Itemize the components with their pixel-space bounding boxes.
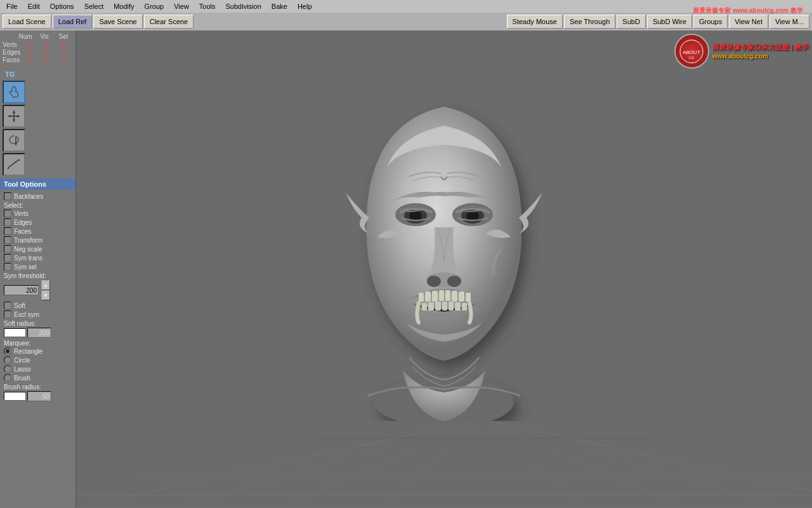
steady-mouse-button[interactable]: Steady Mouse bbox=[507, 15, 563, 29]
marquee-lasso-row: Lasso bbox=[4, 365, 72, 373]
sym-threshold-label: Sym threshold: bbox=[4, 272, 72, 279]
svg-line-7 bbox=[8, 160, 18, 168]
view-net-button[interactable]: View Net bbox=[729, 15, 768, 29]
svg-point-32 bbox=[466, 211, 479, 221]
marquee-label: Marquee: bbox=[4, 340, 72, 347]
svg-marker-3 bbox=[13, 119, 15, 122]
subd-button[interactable]: SubD bbox=[617, 15, 646, 29]
svg-line-18 bbox=[76, 419, 482, 508]
neg-scale-checkbox[interactable] bbox=[4, 245, 11, 253]
soft-radius-value[interactable]: 200 bbox=[27, 328, 51, 338]
tools-label: TG bbox=[3, 69, 17, 79]
stats-header: Num Vis Sel bbox=[3, 33, 73, 40]
soft-radius-row: 200 bbox=[4, 328, 72, 338]
options-content: Backfaces Select: Verts Edges Faces bbox=[0, 190, 75, 405]
svg-line-24 bbox=[482, 419, 685, 508]
menu-modify[interactable]: Modify bbox=[111, 3, 136, 10]
svg-rect-49 bbox=[455, 302, 461, 311]
watermark: 展景录像专家 www.aboutcg.com 教学 bbox=[689, 5, 807, 17]
sym-trans-label: Sym trans bbox=[14, 255, 43, 262]
edges-checkbox[interactable] bbox=[4, 218, 11, 226]
menu-tools[interactable]: Tools bbox=[197, 3, 218, 10]
svg-text:ABOUT: ABOUT bbox=[683, 50, 701, 55]
marquee-lasso-radio[interactable] bbox=[4, 365, 11, 373]
soft-checkbox[interactable] bbox=[4, 302, 11, 309]
tool-options-panel: Tool Options Backfaces Select: Verts Edg… bbox=[0, 178, 75, 508]
tools-area: TG bbox=[0, 67, 75, 178]
measure-tool-icon[interactable] bbox=[3, 153, 25, 176]
viewport[interactable]: ABOUT CG 展景录像专家◎东方流逝 | 教学 www.aboutcg.co… bbox=[76, 30, 812, 508]
marquee-circle-radio[interactable] bbox=[4, 356, 11, 364]
sym-threshold-up[interactable]: ▲ bbox=[41, 280, 50, 290]
svg-rect-39 bbox=[439, 290, 444, 301]
sym-threshold-down[interactable]: ▼ bbox=[41, 290, 50, 300]
logo-icon: ABOUT CG bbox=[674, 34, 709, 69]
svg-rect-50 bbox=[462, 303, 467, 311]
svg-rect-45 bbox=[428, 302, 434, 311]
faces-label: Faces bbox=[14, 228, 31, 235]
svg-line-22 bbox=[381, 419, 482, 508]
verts-checkbox[interactable] bbox=[4, 210, 11, 217]
menu-bake[interactable]: Bake bbox=[269, 3, 290, 10]
menu-options[interactable]: Options bbox=[48, 3, 77, 10]
faces-checkbox[interactable] bbox=[4, 227, 11, 235]
marquee-rectangle-label: Rectangle bbox=[14, 348, 43, 355]
marquee-rectangle-row: Rectangle bbox=[4, 347, 72, 355]
transform-row: Transform bbox=[4, 236, 72, 244]
menu-view[interactable]: View bbox=[171, 3, 192, 10]
load-scene-button[interactable]: Load Scene bbox=[3, 15, 51, 29]
svg-rect-40 bbox=[445, 290, 450, 301]
excl-sym-checkbox[interactable] bbox=[4, 311, 11, 318]
svg-rect-41 bbox=[452, 291, 457, 302]
transform-checkbox[interactable] bbox=[4, 236, 11, 244]
backfaces-checkbox[interactable] bbox=[4, 192, 11, 200]
backfaces-row: Backfaces bbox=[4, 192, 72, 200]
groups-button[interactable]: Groups bbox=[693, 15, 728, 29]
select-tool-icon[interactable] bbox=[3, 81, 25, 104]
view-m-button[interactable]: View M... bbox=[769, 15, 809, 29]
menu-subdivision[interactable]: Subdivision bbox=[223, 3, 264, 10]
menu-select[interactable]: Select bbox=[82, 3, 107, 10]
left-panel: Num Vis Sel Verts 0 0 0 Edges 0 0 0 Face… bbox=[0, 30, 76, 508]
sym-threshold-input[interactable] bbox=[4, 285, 39, 295]
save-scene-button[interactable]: Save Scene bbox=[93, 15, 142, 29]
brush-radius-value[interactable]: 50 bbox=[27, 391, 51, 401]
lasso-tool-icon[interactable] bbox=[3, 129, 25, 152]
soft-radius-track[interactable] bbox=[4, 328, 26, 337]
transform-tool-icon[interactable] bbox=[3, 105, 25, 128]
backfaces-label: Backfaces bbox=[14, 193, 43, 200]
stats-sel-header: Sel bbox=[54, 33, 73, 40]
menu-help[interactable]: Help bbox=[295, 3, 315, 10]
sym-trans-checkbox[interactable] bbox=[4, 254, 11, 262]
marquee-rectangle-radio[interactable] bbox=[4, 347, 11, 355]
load-ref-button[interactable]: Load Ref bbox=[53, 15, 93, 29]
tool-options-header: Tool Options bbox=[0, 178, 75, 190]
menu-group[interactable]: Group bbox=[142, 3, 167, 10]
toolbar-right: Steady Mouse See Through SubD SubD Wire … bbox=[507, 15, 809, 29]
menu-edit[interactable]: Edit bbox=[25, 3, 43, 10]
stats-num-header: Num bbox=[16, 33, 35, 40]
see-through-button[interactable]: See Through bbox=[564, 15, 615, 29]
svg-rect-48 bbox=[449, 302, 454, 311]
svg-line-21 bbox=[279, 419, 482, 508]
svg-rect-37 bbox=[425, 291, 431, 302]
svg-rect-36 bbox=[419, 293, 424, 302]
menu-file[interactable]: File bbox=[4, 3, 20, 10]
edges-label: Edges bbox=[14, 219, 32, 226]
verts-row: Verts bbox=[4, 210, 72, 217]
svg-rect-46 bbox=[435, 302, 441, 311]
svg-marker-4 bbox=[8, 115, 11, 117]
marquee-brush-radio[interactable] bbox=[4, 374, 11, 382]
soft-label: Soft bbox=[14, 302, 25, 309]
marquee-brush-label: Brush bbox=[14, 375, 30, 382]
sym-sel-checkbox[interactable] bbox=[4, 263, 11, 271]
brush-radius-track[interactable] bbox=[4, 392, 26, 401]
select-label: Select: bbox=[4, 202, 72, 209]
sym-threshold-row: ▲ ▼ bbox=[4, 280, 72, 300]
svg-rect-47 bbox=[442, 302, 447, 311]
marquee-circle-label: Circle bbox=[14, 357, 30, 364]
clear-scene-button[interactable]: Clear Scene bbox=[144, 15, 194, 29]
svg-line-25 bbox=[482, 419, 787, 508]
svg-line-20 bbox=[178, 419, 482, 508]
subd-wire-button[interactable]: SubD Wire bbox=[647, 15, 692, 29]
